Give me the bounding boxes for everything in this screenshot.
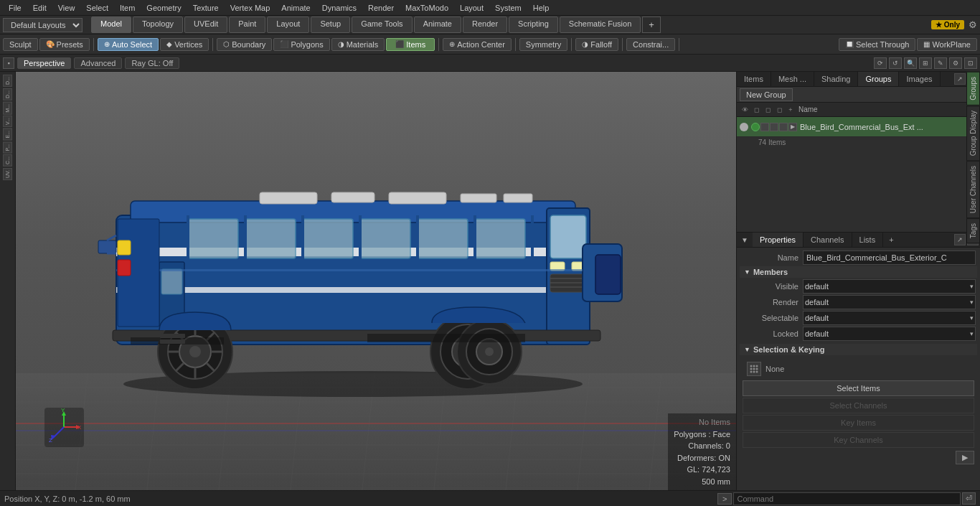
- tab-model[interactable]: Model: [91, 17, 131, 33]
- props-body: Name ▼ Members Visible default ▾: [737, 248, 980, 490]
- vp-ctrl-4[interactable]: ⊞: [919, 57, 932, 69]
- menu-system[interactable]: System: [489, 2, 527, 14]
- vp-ctrl-1[interactable]: ⟳: [874, 57, 887, 69]
- svg-point-98: [753, 365, 755, 367]
- edge-tab-user-channels[interactable]: User Channels: [966, 161, 980, 218]
- visible-select[interactable]: default ▾: [803, 279, 976, 294]
- auto-select-btn[interactable]: ⊕Auto Select: [98, 38, 159, 51]
- menu-layout[interactable]: Layout: [454, 2, 489, 14]
- vertices-btn[interactable]: ◆Vertices: [160, 38, 209, 51]
- menu-vertex-map[interactable]: Vertex Map: [225, 2, 276, 14]
- menu-dynamics[interactable]: Dynamics: [316, 2, 362, 14]
- tab-properties[interactable]: Properties: [753, 233, 804, 247]
- props-icon-1[interactable]: ↗: [954, 234, 966, 245]
- tab-lists[interactable]: Lists: [852, 233, 884, 247]
- right-tab-icon-1[interactable]: ↗: [954, 73, 966, 85]
- name-label: Name: [741, 253, 798, 262]
- tab-shading[interactable]: Shading: [814, 72, 858, 86]
- ray-gl-btn[interactable]: Ray GL: Off: [125, 57, 179, 69]
- materials-btn[interactable]: ◑Materials: [331, 38, 385, 51]
- locked-select[interactable]: default ▾: [803, 327, 976, 341]
- polygons-text: Polygons : Face: [674, 428, 730, 441]
- tab-groups[interactable]: Groups: [858, 72, 899, 86]
- tab-layout[interactable]: Layout: [267, 17, 309, 33]
- vp-ctrl-5[interactable]: ✎: [934, 57, 947, 69]
- advanced-btn[interactable]: Advanced: [74, 57, 122, 69]
- menu-edit[interactable]: Edit: [27, 2, 52, 14]
- layout-dropdown[interactable]: Default Layouts: [3, 18, 83, 32]
- constraints-btn[interactable]: Constrai...: [626, 38, 675, 51]
- tab-images[interactable]: Images: [899, 72, 940, 86]
- vis-dot-1[interactable]: [740, 123, 748, 131]
- vp-ctrl-6[interactable]: ⚙: [949, 57, 962, 69]
- name-input[interactable]: [803, 250, 976, 265]
- tab-mesh[interactable]: Mesh ...: [771, 72, 814, 86]
- tab-animate[interactable]: Animate: [414, 17, 461, 33]
- items-btn[interactable]: ⬛Items: [386, 38, 435, 51]
- work-plane-btn[interactable]: ▦WorkPlane: [917, 38, 977, 51]
- group-row[interactable]: ▶ Blue_Bird_Commercial_Bus_Ext ...: [737, 117, 980, 137]
- edge-tab-groups[interactable]: Groups: [966, 72, 980, 106]
- cmd-run-btn[interactable]: ⏎: [962, 492, 976, 505]
- tab-game-tools[interactable]: Game Tools: [352, 17, 413, 33]
- settings-icon[interactable]: ⚙: [969, 19, 977, 30]
- polygons-btn[interactable]: ⬛Polygons: [273, 38, 329, 51]
- menu-render[interactable]: Render: [362, 2, 400, 14]
- command-input[interactable]: [733, 492, 961, 505]
- tab-uvedit[interactable]: UVEdit: [184, 17, 227, 33]
- sk-expand-btn[interactable]: ▶: [956, 451, 974, 464]
- menu-help[interactable]: Help: [527, 2, 555, 14]
- perspective-btn[interactable]: Perspective: [17, 57, 71, 69]
- edge-tab-tags[interactable]: Tags: [966, 218, 980, 243]
- falloff-btn[interactable]: ◑Falloff: [575, 38, 618, 51]
- tab-plus[interactable]: +: [642, 17, 661, 33]
- menu-view[interactable]: View: [52, 2, 81, 14]
- sel-keying-header[interactable]: ▼ Selection & Keying: [740, 344, 977, 355]
- vp-ctrl-7[interactable]: ⊡: [964, 57, 977, 69]
- tab-setup[interactable]: Setup: [311, 17, 350, 33]
- edge-tab-group-display[interactable]: Group Display: [966, 106, 980, 161]
- tab-paint[interactable]: Paint: [229, 17, 265, 33]
- menu-file[interactable]: File: [3, 2, 27, 14]
- render-select[interactable]: default ▾: [803, 295, 976, 309]
- boundary-btn[interactable]: ⬡Boundary: [217, 38, 272, 51]
- tab-schematic-fusion[interactable]: Schematic Fusion: [560, 17, 641, 33]
- menu-geometry[interactable]: Geometry: [141, 2, 187, 14]
- g-icon-3[interactable]: [770, 123, 778, 131]
- tab-channels[interactable]: Channels: [804, 233, 852, 247]
- edge-tabs: Groups Group Display User Channels Tags: [966, 72, 980, 243]
- cmd-prompt-btn[interactable]: >: [717, 493, 732, 505]
- g-icon-4[interactable]: [779, 123, 788, 131]
- sculpt-btn[interactable]: Sculpt: [3, 38, 38, 51]
- select-through-btn[interactable]: 🔲Select Through: [839, 38, 915, 51]
- select-items-btn[interactable]: Select Items: [743, 380, 974, 396]
- members-header[interactable]: ▼ Members: [740, 266, 977, 278]
- menu-animate[interactable]: Animate: [275, 2, 316, 14]
- svg-text:Y: Y: [61, 408, 65, 413]
- g-icon-2[interactable]: [760, 123, 769, 131]
- symmetry-btn[interactable]: Symmetry: [519, 38, 568, 51]
- menu-maxtomodo[interactable]: MaxToModo: [400, 2, 454, 14]
- menu-select[interactable]: Select: [80, 2, 114, 14]
- new-group-btn[interactable]: New Group: [740, 88, 793, 101]
- tab-props-plus[interactable]: +: [883, 233, 899, 247]
- vp-ctrl-2[interactable]: ↺: [889, 57, 902, 69]
- selectable-select[interactable]: default ▾: [803, 311, 976, 325]
- props-toggle[interactable]: ▼: [737, 233, 753, 247]
- menu-item[interactable]: Item: [114, 2, 141, 14]
- key-channels-btn[interactable]: Key Channels: [743, 432, 974, 448]
- key-items-btn[interactable]: Key Items: [743, 415, 974, 431]
- expand-icon[interactable]: ▶: [788, 123, 797, 131]
- tab-scripting[interactable]: Scripting: [509, 17, 558, 33]
- g-icon-1[interactable]: [751, 123, 760, 131]
- action-center-btn[interactable]: ⊕Action Center: [443, 38, 512, 51]
- tab-render[interactable]: Render: [463, 17, 507, 33]
- vp-ctrl-3[interactable]: 🔍: [904, 57, 917, 69]
- presets-btn[interactable]: 🎨Presets: [39, 38, 90, 51]
- tab-items[interactable]: Items: [737, 72, 771, 86]
- viewport[interactable]: No Items Polygons : Face Channels: 0 Def…: [16, 72, 736, 490]
- tab-topology[interactable]: Topology: [133, 17, 183, 33]
- group-row-icons: ▶: [751, 123, 797, 131]
- menu-texture[interactable]: Texture: [187, 2, 225, 14]
- select-channels-btn[interactable]: Select Channels: [743, 398, 974, 413]
